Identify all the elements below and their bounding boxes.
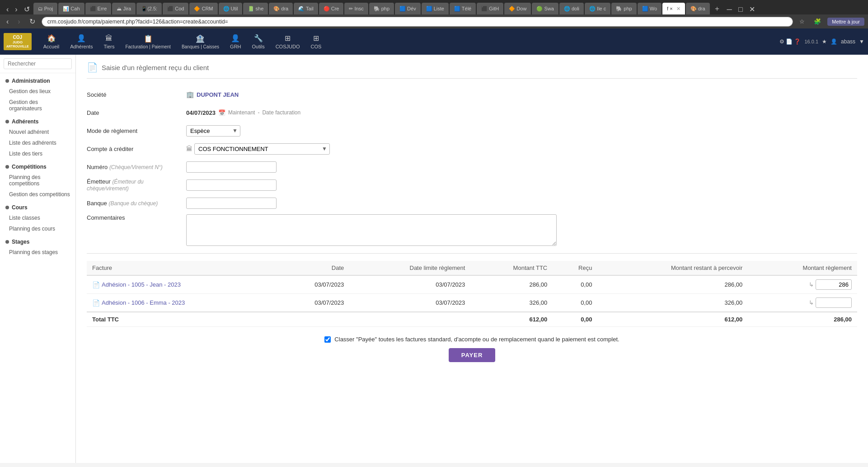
minimize-button[interactable]: ─ — [724, 5, 735, 14]
tab-list: 🗂 Proj 📊 Cah ⬛ Erre ⛰ Jira 📱(2.5: ⬛ Cod … — [33, 3, 710, 14]
sidebar-item-planning-stages[interactable]: Planning des stages — [0, 247, 75, 258]
tab-proj[interactable]: 🗂 Proj — [33, 3, 58, 14]
tab-cod[interactable]: ⬛ Cod — [163, 3, 188, 14]
nav-facturation[interactable]: 📋 Facturation | Paiement — [121, 32, 175, 52]
nav-adherents[interactable]: 👤 Adhérents — [66, 31, 97, 52]
user-avatar[interactable]: 👤 — [830, 38, 837, 45]
date-value[interactable]: 04/07/2023 — [186, 109, 216, 116]
row2-restant: 326,00 — [597, 294, 748, 312]
nav-outils[interactable]: 🔧 Outils — [248, 31, 269, 52]
tab-dow[interactable]: 🔶 Dow — [504, 3, 531, 14]
forward-button[interactable]: › — [12, 5, 20, 14]
nav-banques[interactable]: 🏦 Banques | Caisses — [177, 32, 224, 52]
back-button[interactable]: ‹ — [4, 5, 11, 14]
tab-she[interactable]: 📗 she — [243, 3, 268, 14]
commentaires-input[interactable] — [186, 214, 557, 246]
tab-cah[interactable]: 📊 Cah — [58, 3, 84, 14]
sidebar-item-liste-adherents[interactable]: Liste des adhérents — [0, 137, 75, 148]
tab-github[interactable]: ⬛ GitH — [477, 3, 503, 14]
date-maintenant[interactable]: Maintenant — [228, 109, 255, 116]
nav-cos[interactable]: ⊞ COS — [306, 31, 326, 52]
tab-dra2[interactable]: 🎨 dra — [686, 3, 710, 14]
maximize-button[interactable]: □ — [736, 5, 746, 14]
reload-button[interactable]: ↺ — [21, 4, 33, 14]
bookmark-icon[interactable]: ☆ — [797, 17, 807, 26]
nav-tiers[interactable]: 🏛 Tiers — [99, 32, 119, 52]
row1-arrow: ↳ — [809, 281, 814, 288]
tab-cre[interactable]: 🔴 Cre — [319, 3, 344, 14]
company-icon: 🏢 — [186, 91, 194, 98]
back-nav-button[interactable]: ‹ — [4, 17, 11, 27]
home-icon: 🏠 — [47, 34, 56, 42]
new-tab-button[interactable]: ＋ — [711, 3, 723, 14]
row1-montant-ttc: 286,00 — [470, 275, 553, 294]
calendar-icon[interactable]: 📅 — [218, 109, 225, 116]
tab-swa[interactable]: 🟢 Swa — [532, 3, 558, 14]
banques-icon: 🏦 — [196, 34, 205, 43]
tab-tail[interactable]: 🌊 Tail — [294, 3, 318, 14]
forward-nav-button[interactable]: › — [15, 17, 23, 27]
tab-crm[interactable]: 🔶 CRM — [189, 3, 217, 14]
nav-items: 🏠 Accueil 👤 Adhérents 🏛 Tiers 📋 Facturat… — [39, 31, 779, 52]
tab-php2[interactable]: 🐘 php — [611, 3, 636, 14]
company-name[interactable]: DUPONT JEAN — [197, 91, 239, 98]
tab-erre[interactable]: ⬛ Erre — [85, 3, 112, 14]
sidebar-item-planning-cours[interactable]: Planning des cours — [0, 223, 75, 234]
row1-facture-text: Adhésion - 1005 - Jean - 2023 — [102, 281, 181, 288]
mode-select[interactable]: Espèce Chèque Virement CB — [186, 125, 240, 137]
tab-25[interactable]: 📱(2.5: — [136, 3, 162, 14]
tab-doli[interactable]: 🌐 doli — [559, 3, 584, 14]
row1-amount-input[interactable] — [816, 279, 852, 290]
update-button[interactable]: Mettre à jour — [827, 18, 864, 26]
nav-facturation-label: Facturation | Paiement — [125, 44, 170, 49]
banque-input[interactable] — [186, 198, 277, 209]
numero-input[interactable] — [186, 161, 277, 173]
commentaires-row: Commentaires — [87, 214, 857, 246]
tab-liste[interactable]: 🟦 Liste — [422, 3, 449, 14]
sidebar-item-gestion-organisateurs[interactable]: Gestion des organisateurs — [0, 97, 75, 114]
date-facturation-label[interactable]: Date facturation — [262, 109, 300, 116]
date-label: Date — [87, 109, 186, 116]
nav-icons-misc: ⚙ 📄 ❓ — [779, 38, 801, 45]
row1-facture-link[interactable]: 📄 Adhésion - 1005 - Jean - 2023 — [92, 281, 271, 288]
tab-util[interactable]: 🌐 Util — [219, 3, 243, 14]
sidebar-item-nouvel-adherent[interactable]: Nouvel adhérent — [0, 127, 75, 137]
sidebar-item-planning-competitions[interactable]: Planning des competitions — [0, 172, 75, 189]
star-icon[interactable]: ★ — [822, 38, 827, 45]
extension-icon[interactable]: 🧩 — [811, 17, 824, 26]
tab-ile[interactable]: 🌐 Ile c — [585, 3, 610, 14]
sidebar-item-liste-tiers[interactable]: Liste des tiers — [0, 148, 75, 159]
compte-select[interactable]: COS FONCTIONNEMENT — [194, 143, 330, 155]
row2-facture: 📄 Adhésion - 1006 - Emma - 2023 — [87, 294, 276, 312]
logo[interactable]: COJ JUDO ARTROUVILLE — [4, 33, 32, 50]
browser-tabs: ‹ › ↺ 🗂 Proj 📊 Cah ⬛ Erre ⛰ Jira 📱(2.5: … — [0, 0, 868, 14]
dropdown-icon[interactable]: ▼ — [859, 38, 864, 45]
tab-insc[interactable]: ✏ Insc — [344, 3, 368, 14]
tab-dra1[interactable]: 🎨 dra — [269, 3, 293, 14]
emetteur-input[interactable] — [186, 179, 277, 191]
classee-payee-checkbox[interactable] — [324, 336, 331, 343]
close-window-button[interactable]: ✕ — [746, 4, 758, 14]
username: abass — [841, 38, 855, 45]
pay-button[interactable]: PAYER — [449, 348, 496, 362]
nav-cosjudo[interactable]: ⊞ COSJUDO — [271, 31, 305, 52]
sidebar-search-input[interactable] — [4, 58, 72, 69]
col-recu: Reçu — [553, 261, 597, 275]
row2-amount-input[interactable] — [816, 297, 852, 308]
total-restant: 612,00 — [597, 312, 748, 327]
tab-jira[interactable]: ⛰ Jira — [112, 3, 136, 14]
sidebar-item-gestion-lieux[interactable]: Gestion des lieux — [0, 86, 75, 97]
tab-active[interactable]: f × ✕ — [662, 3, 685, 14]
tab-tele[interactable]: 🟦 Télé — [450, 3, 476, 14]
nav-grh[interactable]: 👤 GRH — [225, 31, 245, 52]
sidebar-item-liste-classes[interactable]: Liste classes — [0, 212, 75, 223]
tab-wo[interactable]: 🟦 Wo — [638, 3, 662, 14]
address-input[interactable] — [42, 17, 793, 27]
refresh-button[interactable]: ↻ — [27, 16, 38, 27]
table-row: 📄 Adhésion - 1006 - Emma - 2023 03/07/20… — [87, 294, 857, 312]
sidebar-item-gestion-competitions[interactable]: Gestion des competitions — [0, 189, 75, 200]
tab-php1[interactable]: 🐘 php — [369, 3, 394, 14]
tab-dev[interactable]: 🟦 Dév — [395, 3, 421, 14]
row2-facture-link[interactable]: 📄 Adhésion - 1006 - Emma - 2023 — [92, 299, 271, 307]
nav-accueil[interactable]: 🏠 Accueil — [39, 31, 64, 52]
